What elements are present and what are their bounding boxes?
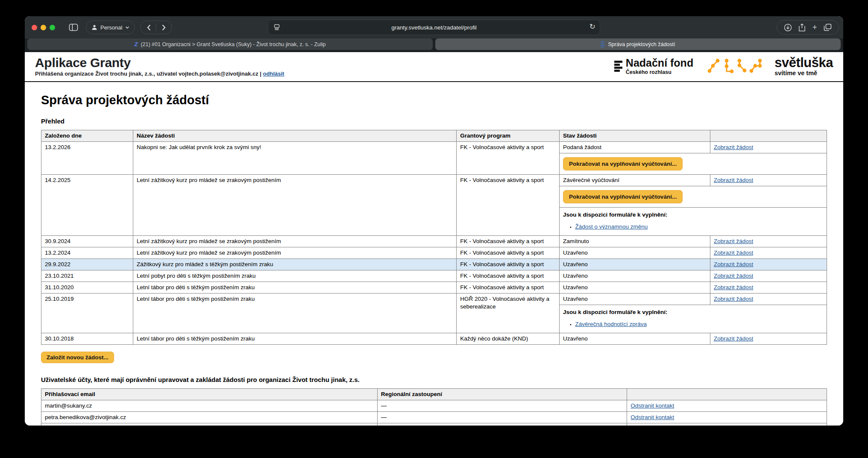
table-row: petra.benedikova@zivotjinak.cz—Odstranit… [41, 412, 827, 423]
table-row: martin@sukany.cz—Odstranit kontakt [41, 400, 827, 412]
view-request-cell: Zobrazit žádost [710, 236, 827, 247]
view-request-link[interactable]: Zobrazit žádost [714, 284, 753, 291]
request-program: FK - Volnočasové aktivity a sport [457, 247, 560, 259]
request-name: Letní tábor pro děti s těžkým postižením… [133, 282, 457, 294]
continue-filling-button[interactable]: Pokračovat na vyplňování vyúčtování... [563, 190, 683, 203]
overview-heading: Přehled [41, 117, 827, 125]
request-name: Letní zážitkový kurz pro mládež se zrako… [133, 247, 457, 259]
accounts-table: Přihlašovací email Regionální zastoupení… [41, 388, 827, 426]
table-row: vojtech.polasek@zivotjinak.cz— [41, 423, 827, 426]
view-request-link[interactable]: Zobrazit žádost [714, 273, 753, 279]
form-list-item: ▪Žádost o významnou změnu [570, 223, 823, 231]
logout-link[interactable]: odhlásit [263, 70, 284, 77]
person-icon [91, 24, 97, 30]
account-email: vojtech.polasek@zivotjinak.cz [41, 423, 378, 426]
column-header-status: Stav žádosti [560, 130, 710, 142]
request-date: 31.10.2020 [41, 282, 133, 294]
view-request-cell: Zobrazit žádost [710, 294, 827, 305]
profile-label: Personal [100, 24, 122, 31]
zoom-window-button[interactable] [50, 25, 55, 30]
tab-zulip[interactable]: Z (21) #01 Organizacni > Grant Svetluska… [27, 38, 433, 50]
close-window-button[interactable] [32, 25, 37, 30]
column-header-program: Grantový program [457, 130, 560, 142]
view-request-link[interactable]: Zobrazit žádost [714, 250, 753, 256]
view-request-link[interactable]: Zobrazit žádost [714, 177, 753, 183]
tab-label: (21) #01 Organizacni > Grant Svetluska (… [141, 41, 326, 47]
tab-label: Správa projektových žádostí [608, 41, 675, 47]
request-name: Letní zážitkový kurz pro mládež se zrako… [133, 175, 457, 236]
remove-contact-link[interactable]: Odstranit kontakt [630, 402, 674, 409]
request-status: Uzavřeno [560, 270, 710, 282]
request-date: 13.2.2026 [41, 142, 133, 175]
traffic-lights [32, 25, 55, 30]
table-row: 25.10.2019Letní tábor pro děti s těžkým … [41, 294, 827, 333]
view-request-link[interactable]: Zobrazit žádost [714, 296, 753, 302]
account-region: — [378, 400, 627, 412]
view-request-cell: Zobrazit žádost [710, 175, 827, 186]
column-header-email: Přihlašovací email [41, 389, 378, 400]
sv-logo-subtext: svítíme ve tmě [774, 70, 833, 76]
nf-logo-text: Nadační fond [626, 58, 693, 68]
request-date: 25.10.2019 [41, 294, 133, 333]
form-link[interactable]: Závěrečná hodnotící zpráva [575, 321, 647, 327]
request-date: 30.10.2018 [41, 333, 133, 345]
request-program: FK - Volnočasové aktivity a sport [457, 236, 560, 247]
forward-button[interactable] [156, 21, 171, 34]
column-header-region: Regionální zastoupení [378, 389, 627, 400]
request-program: HGŘ 2020 - Volnočasové aktivity a sebere… [457, 294, 560, 333]
czech-radio-bars-icon [614, 61, 622, 72]
view-request-link[interactable]: Zobrazit žádost [714, 335, 753, 342]
browser-toolbar: Personal [25, 16, 843, 38]
form-list-item: ▪Závěrečná hodnotící zpráva [570, 320, 823, 329]
account-region: — [378, 423, 627, 426]
share-button[interactable] [798, 23, 806, 32]
browser-window: Personal [25, 16, 843, 426]
request-program: FK - Volnočasové aktivity a sport [457, 259, 560, 270]
view-request-link[interactable]: Zobrazit žádost [714, 261, 753, 267]
request-name: Letní tábor pro děti s těžkým postižením… [133, 294, 457, 333]
request-date: 23.10.2021 [41, 270, 133, 282]
account-email: petra.benedikova@zivotjinak.cz [41, 412, 378, 423]
request-status: Uzavřeno [560, 282, 710, 294]
table-row: 31.10.2020Letní tábor pro děti s těžkým … [41, 282, 827, 294]
table-row: 23.10.2021Letní pobyt pro děti s těžkým … [41, 270, 827, 282]
request-program: FK - Volnočasové aktivity a sport [457, 270, 560, 282]
address-bar[interactable]: granty.svetluska.net/zadatel/profil ↻ [268, 20, 600, 35]
forms-cell: Jsou k dispozici formuláře k vyplnění:▪Z… [560, 305, 827, 333]
view-request-link[interactable]: Zobrazit žádost [714, 238, 753, 244]
request-program: FK - Volnočasové aktivity a sport [457, 175, 560, 236]
forms-cell: Jsou k dispozici formuláře k vyplnění:▪Ž… [560, 208, 827, 236]
reload-button[interactable]: ↻ [589, 22, 595, 31]
firefly-constellation-icon [706, 57, 770, 76]
downloads-button[interactable] [784, 23, 792, 32]
chevron-down-icon [125, 26, 129, 29]
sidebar-icon [69, 23, 78, 31]
request-program: FK - Volnočasové aktivity a sport [457, 282, 560, 294]
profile-switcher[interactable]: Personal [86, 21, 135, 34]
new-tab-button[interactable]: + [812, 23, 817, 31]
app-title: Aplikace Granty [35, 56, 284, 70]
minimize-window-button[interactable] [41, 25, 46, 30]
page-content: Správa projektových žádostí Přehled Zalo… [25, 82, 843, 426]
sidebar-toggle-button[interactable] [66, 21, 81, 34]
view-request-cell: Zobrazit žádost [710, 247, 827, 259]
svetluska-logo: světluška svítíme ve tmě [706, 56, 833, 76]
granty-favicon [601, 41, 605, 47]
tab-overview-button[interactable] [824, 23, 832, 31]
page-title: Správa projektových žádostí [41, 93, 827, 107]
bullet-icon: ▪ [570, 322, 572, 327]
account-region: — [378, 412, 627, 423]
table-row: 30.9.2024Letní zážitkový kurz pro mládež… [41, 236, 827, 247]
request-program: FK - Volnočasové aktivity a sport [457, 142, 560, 175]
toolbar-right-buttons: + [777, 20, 839, 35]
remove-contact-link[interactable]: Odstranit kontakt [630, 414, 674, 420]
form-link[interactable]: Žádost o významnou změnu [575, 223, 648, 230]
view-request-link[interactable]: Zobrazit žádost [714, 144, 753, 150]
new-request-button[interactable]: Založit novou žádost... [41, 352, 114, 363]
requests-table-header: Založeno dne Název žádosti Grantový prog… [41, 130, 827, 142]
back-button[interactable] [141, 21, 156, 34]
tab-sprava-zadosti[interactable]: Správa projektových žádostí [435, 38, 841, 50]
request-name: Nakopni se: Jak udělat prvník krok za sv… [133, 142, 457, 175]
continue-filling-button[interactable]: Pokračovat na vyplňování vyúčtování... [563, 157, 683, 170]
page-settings-icon[interactable] [273, 23, 280, 30]
